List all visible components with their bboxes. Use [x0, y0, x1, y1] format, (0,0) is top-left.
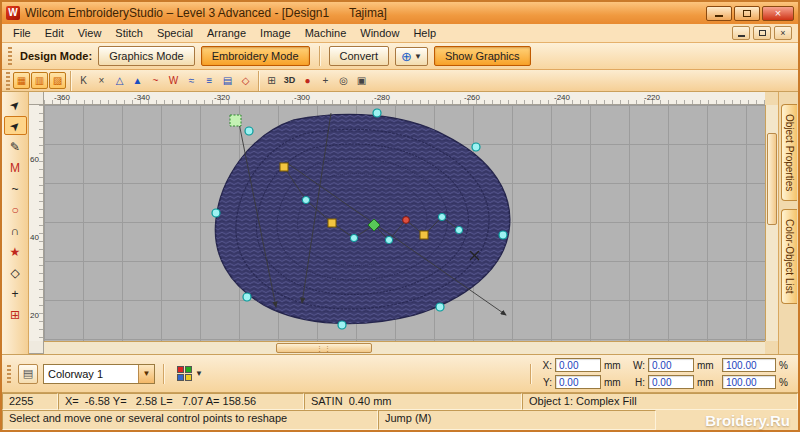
measure-icon[interactable]: +	[317, 72, 334, 89]
menu-stitch[interactable]: Stitch	[108, 25, 150, 41]
thread-color-icon[interactable]: ●	[299, 72, 316, 89]
open-shape-tool[interactable]: ∩	[4, 221, 27, 240]
mdi-minimize-button[interactable]	[732, 26, 750, 40]
w-field[interactable]: 0.00	[648, 358, 694, 372]
pattern-fill-icon[interactable]: ▨	[49, 72, 66, 89]
star-tool[interactable]: ★	[4, 242, 27, 261]
y-field[interactable]: 0.00	[555, 375, 601, 389]
mdi-restore-button[interactable]	[753, 26, 771, 40]
menu-special[interactable]: Special	[150, 25, 200, 41]
menu-machine[interactable]: Machine	[298, 25, 354, 41]
grid-tool[interactable]: ⊞	[4, 305, 27, 324]
stitch-angle-icon[interactable]: ×	[93, 72, 110, 89]
control-point[interactable]	[472, 143, 480, 151]
toolbar-grip[interactable]	[7, 365, 11, 383]
embroidery-mode-button[interactable]: Embroidery Mode	[201, 46, 310, 66]
h-field[interactable]: 0.00	[648, 375, 694, 389]
fusion-fill-icon[interactable]: ▦	[13, 72, 30, 89]
title-bar[interactable]: W Wilcom EmbroideryStudio – Level 3 Adva…	[2, 2, 798, 24]
mdi-close-button[interactable]: ×	[774, 26, 792, 40]
corner-node[interactable]	[420, 231, 428, 239]
ruler-tick: -300	[294, 93, 310, 102]
satin-stitch-icon[interactable]: ≈	[183, 72, 200, 89]
closed-shape-icon: ○	[11, 203, 18, 217]
run-stitch-icon[interactable]: ~	[147, 72, 164, 89]
menu-image[interactable]: Image	[253, 25, 298, 41]
curve-node[interactable]	[455, 226, 462, 233]
control-point[interactable]	[436, 303, 444, 311]
tab-object-properties[interactable]: Object Properties	[781, 104, 797, 201]
pencil-icon: ✎	[10, 140, 20, 154]
colorway-select[interactable]: Colorway 1 ▼	[43, 364, 155, 384]
vertical-scrollbar[interactable]	[765, 105, 778, 341]
convert-button[interactable]: Convert	[329, 46, 390, 66]
close-button[interactable]: ×	[762, 6, 794, 21]
control-point[interactable]	[373, 109, 381, 117]
corner-node[interactable]	[280, 163, 288, 171]
curve-node[interactable]	[385, 236, 392, 243]
show-graphics-button[interactable]: Show Graphics	[434, 46, 531, 66]
tatami-fill-icon[interactable]: ▥	[31, 72, 48, 89]
view-3d-icon[interactable]: 3D	[281, 72, 298, 89]
step-fill-icon[interactable]: ▤	[219, 72, 236, 89]
end-node[interactable]	[403, 217, 410, 224]
curve-node[interactable]	[350, 234, 357, 241]
corner-node[interactable]	[328, 219, 336, 227]
measure-tool[interactable]: +	[4, 284, 27, 303]
minimize-button[interactable]	[706, 6, 732, 21]
run-tool[interactable]: ~	[4, 179, 27, 198]
mirror-merge-tool[interactable]: ◇	[4, 263, 27, 282]
motif-w-icon[interactable]: W	[165, 72, 182, 89]
complex-fill-object[interactable]	[215, 115, 509, 324]
entry-point-handle[interactable]	[230, 115, 241, 126]
zigzag-stitch-icon[interactable]: ≡	[201, 72, 218, 89]
vertical-scroll-thumb[interactable]	[767, 133, 777, 225]
reshape-object-icon[interactable]: K	[75, 72, 92, 89]
scale-y-field[interactable]: 100.00	[722, 375, 776, 389]
toolbar-grip[interactable]	[8, 47, 12, 65]
grid-icon[interactable]: ⊞	[263, 72, 280, 89]
zoom-icon[interactable]: ◎	[335, 72, 352, 89]
select-tool[interactable]: ➤	[4, 95, 27, 114]
design-canvas[interactable]	[44, 105, 765, 341]
control-point[interactable]	[245, 127, 253, 135]
scale-x-field[interactable]: 100.00	[722, 358, 776, 372]
color-palette-button[interactable]: ▼	[172, 364, 208, 384]
control-point[interactable]	[499, 231, 507, 239]
menu-arrange[interactable]: Arrange	[200, 25, 253, 41]
ruler-corner	[29, 92, 44, 105]
stitch-edit-tool[interactable]: ✎	[4, 137, 27, 156]
colorway-panel-button[interactable]: ▤	[18, 364, 38, 384]
applique-icon[interactable]: ◇	[237, 72, 254, 89]
x-unit: mm	[604, 360, 626, 371]
design-mode-label: Design Mode:	[20, 50, 92, 62]
curve-node[interactable]	[438, 213, 445, 220]
horizontal-scrollbar[interactable]: ⋮⋮	[44, 341, 765, 354]
globe-dropdown-button[interactable]: ⊕ ▼	[395, 47, 428, 66]
travel-mode: Jump (M)	[378, 410, 656, 430]
maximize-button[interactable]	[734, 6, 760, 21]
tab-color-object-list[interactable]: Color-Object List	[781, 209, 797, 303]
toolbar-grip[interactable]	[6, 72, 10, 90]
menu-window[interactable]: Window	[353, 25, 406, 41]
hint-text: Select and move one or several control p…	[2, 410, 378, 430]
curve-node[interactable]	[302, 196, 309, 203]
triangle-outline-icon[interactable]: △	[111, 72, 128, 89]
menu-file[interactable]: File	[6, 25, 38, 41]
menu-view[interactable]: View	[71, 25, 109, 41]
control-point[interactable]	[243, 293, 251, 301]
motif-tool[interactable]: M	[4, 158, 27, 177]
menu-edit[interactable]: Edit	[38, 25, 71, 41]
x-field[interactable]: 0.00	[555, 358, 601, 372]
menu-help[interactable]: Help	[406, 25, 443, 41]
reshape-tool[interactable]: ➤	[4, 116, 27, 135]
mirror-icon: ◇	[10, 266, 19, 280]
horizontal-scroll-thumb[interactable]: ⋮⋮	[276, 343, 372, 353]
triangle-filled-icon[interactable]: ▲	[129, 72, 146, 89]
graphics-mode-button[interactable]: Graphics Mode	[98, 46, 195, 66]
closed-shape-tool[interactable]: ○	[4, 200, 27, 219]
control-point[interactable]	[338, 321, 346, 329]
w-label: W:	[629, 360, 645, 371]
overview-window-icon[interactable]: ▣	[353, 72, 370, 89]
control-point[interactable]	[212, 209, 220, 217]
